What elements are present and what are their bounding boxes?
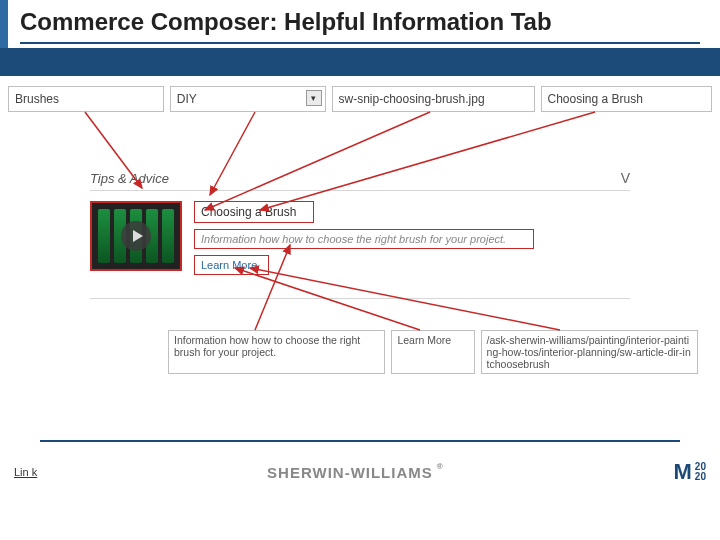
footer: Lin k SHERWIN-WILLIAMS® M 20 20: [0, 452, 720, 492]
field-image-name[interactable]: sw-snip-choosing-brush.jpg: [332, 86, 535, 112]
field-diy-value: DIY: [177, 92, 197, 106]
m2020-logo: M 20 20: [674, 459, 706, 485]
card-thumbnail[interactable]: [90, 201, 182, 271]
top-fields-row: Brushes DIY ▾ sw-snip-choosing-brush.jpg…: [8, 86, 712, 112]
footer-link[interactable]: Lin k: [14, 466, 37, 478]
title-underline: [20, 42, 700, 44]
play-icon[interactable]: [121, 221, 151, 251]
svg-line-5: [235, 268, 420, 330]
field-item-title[interactable]: Choosing a Brush: [541, 86, 713, 112]
bottom-fields-row: Information how how to choose the right …: [168, 330, 698, 374]
blue-banner: [0, 48, 720, 76]
field-diy[interactable]: DIY ▾: [170, 86, 326, 112]
footer-rule: [40, 440, 680, 442]
svg-line-6: [250, 268, 560, 330]
field-brushes[interactable]: Brushes: [8, 86, 164, 112]
card-learn-more[interactable]: Learn More: [194, 255, 269, 275]
card-description: Information how how to choose the right …: [194, 229, 534, 249]
card: Choosing a Brush Information how how to …: [90, 201, 630, 275]
field-learn-more[interactable]: Learn More: [391, 330, 474, 374]
card-title: Choosing a Brush: [194, 201, 314, 223]
field-url[interactable]: /ask-sherwin-williams/painting/interior-…: [481, 330, 698, 374]
tips-label: Tips & Advice: [90, 171, 169, 186]
field-description[interactable]: Information how how to choose the right …: [168, 330, 385, 374]
slide: Commerce Composer: Helpful Information T…: [0, 0, 720, 540]
tips-header: Tips & Advice V: [90, 170, 630, 191]
page-title: Commerce Composer: Helpful Information T…: [20, 8, 552, 36]
sherwin-williams-logo: SHERWIN-WILLIAMS®: [267, 464, 444, 481]
chevron-down-icon[interactable]: V: [621, 170, 630, 186]
divider: [90, 298, 630, 299]
dropdown-icon[interactable]: ▾: [306, 90, 322, 106]
card-preview: Tips & Advice V Choosing a Brush Informa…: [90, 170, 630, 275]
